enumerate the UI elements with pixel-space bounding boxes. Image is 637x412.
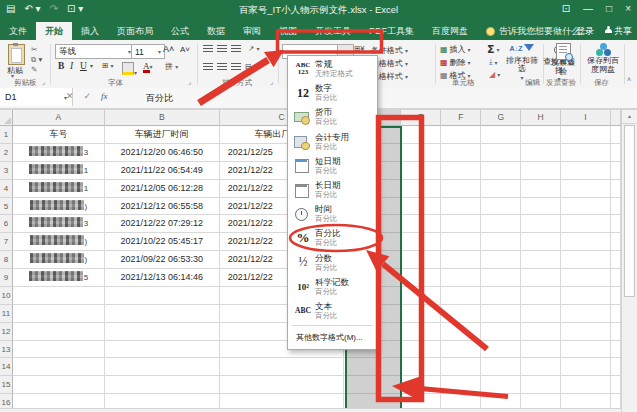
cell-G4[interactable] [481,180,521,198]
cell-B13[interactable] [105,341,220,359]
cell-H3[interactable] [521,162,561,180]
shrink-font-icon[interactable]: A˅ [180,45,190,54]
clear-button[interactable]: ◢▾ [489,70,500,79]
cell-E7[interactable] [401,233,441,251]
align-top-icon[interactable] [203,45,213,52]
tab-baidu-netdisk[interactable]: 百度网盘 [423,22,477,40]
row-header-14[interactable]: 14 [0,358,13,376]
cell-H6[interactable] [521,215,561,233]
cell-B5[interactable]: 2021/12/12 06:55:58 [105,198,220,216]
cell-F4[interactable] [441,180,481,198]
cell-I15[interactable] [561,376,611,394]
column-header-B[interactable]: B [105,110,220,126]
sign-in-link[interactable]: 登录 [576,25,594,38]
underline-button[interactable]: U [80,61,87,71]
cell-X2[interactable] [611,144,621,162]
cell-G3[interactable] [481,162,521,180]
cell-A6[interactable]: 3 [13,215,105,233]
cell-E4[interactable] [401,180,441,198]
cell-I11[interactable] [561,305,611,323]
cell-A11[interactable] [13,305,105,323]
cell-B11[interactable] [105,305,220,323]
cell-H1[interactable] [521,126,561,144]
cell-B12[interactable] [105,323,220,341]
format-option-fraction[interactable]: ½分数百分比 [288,251,377,275]
cell-F5[interactable] [441,198,481,216]
cell-A13[interactable] [13,341,105,359]
cell-I8[interactable] [561,251,611,269]
cell-A12[interactable] [13,323,105,341]
cell-G2[interactable] [481,144,521,162]
format-option-currency[interactable]: 货币百分比 [288,105,377,129]
bold-button[interactable]: B [58,61,64,71]
vertical-scrollbar[interactable]: ▲ [621,110,637,412]
cell-G1[interactable] [481,126,521,144]
cell-A2[interactable]: 3 [13,144,105,162]
copy-icon[interactable]: ⧉ ▾ [31,55,42,65]
italic-button[interactable]: I [70,61,73,71]
cell-H14[interactable] [521,358,561,376]
cell-F7[interactable] [441,233,481,251]
fill-color-icon[interactable]: ▾ [122,62,137,77]
cell-H9[interactable] [521,269,561,287]
cell-E15[interactable] [401,376,441,394]
cell-A15[interactable] [13,376,105,394]
row-header-3[interactable]: 3 [0,162,13,180]
row-header-10[interactable]: 10 [0,287,13,305]
cell-H5[interactable] [521,198,561,216]
align-right-icon[interactable] [231,63,241,70]
format-option-number[interactable]: 12数字百分比 [288,81,377,105]
alignment-dialog-launcher[interactable]: ⌟ [270,78,273,86]
cell-G6[interactable] [481,215,521,233]
cell-E8[interactable] [401,251,441,269]
delete-cells-button[interactable]: ▦删除▾ [440,57,471,68]
tab-file[interactable]: 文件 [0,22,36,40]
share-button[interactable]: 共享 [604,25,632,38]
fill-button[interactable]: ⤓▾ [489,57,498,67]
tab-developer[interactable]: 开发工具 [306,22,360,40]
cell-I14[interactable] [561,358,611,376]
cell-X4[interactable] [611,180,621,198]
row-header-4[interactable]: 4 [0,180,13,198]
format-option-general[interactable]: 常规无特定格式 [288,57,377,81]
paste-icon[interactable] [8,44,25,65]
cell-E5[interactable] [401,198,441,216]
format-option-time[interactable]: 时间百分比 [288,202,377,226]
sort-filter-button[interactable]: A↓Z 排序和筛选▾ [505,44,539,82]
cell-A8[interactable]: ) [13,251,105,269]
cell-G15[interactable] [481,376,521,394]
cell-B3[interactable]: 2021/11/22 06:54:49 [105,162,220,180]
cell-A5[interactable]: ) [13,198,105,216]
scrollbar-thumb[interactable] [624,125,635,297]
cell-B9[interactable]: 2021/12/13 06:14:46 [105,269,220,287]
cell-X6[interactable] [611,215,621,233]
cell-E14[interactable] [401,358,441,376]
font-color-icon[interactable]: A▾ [143,61,153,73]
row-header-15[interactable]: 15 [0,376,13,394]
cell-G12[interactable] [481,323,521,341]
cell-E13[interactable] [401,341,441,359]
align-bottom-icon[interactable] [231,45,241,52]
cell-G10[interactable] [481,287,521,305]
font-size-combo[interactable]: 11▾ [131,44,165,59]
insert-cells-button[interactable]: ▦插入▾ [440,44,471,55]
cell-X15[interactable] [611,376,621,394]
cell-A10[interactable] [13,287,105,305]
cell-X13[interactable] [611,341,621,359]
cell-I5[interactable] [561,198,611,216]
cell-C14[interactable] [220,358,345,376]
clipboard-dialog-launcher[interactable]: ⌟ [42,78,45,86]
cell-E2[interactable] [401,144,441,162]
column-header-H[interactable]: H [521,110,561,126]
tab-pdf-tools[interactable]: PDF工具集 [360,22,423,40]
borders-icon[interactable]: ⊞ ▾ [102,61,113,70]
font-name-combo[interactable]: 等线▾ [55,44,135,59]
cell-H13[interactable] [521,341,561,359]
tab-page-layout[interactable]: 页面布局 [108,22,162,40]
cell-F2[interactable] [441,144,481,162]
cell-X5[interactable] [611,198,621,216]
format-option-short-date[interactable]: 短日期百分比 [288,154,377,178]
cell-A3[interactable]: 1 [13,162,105,180]
cell-E12[interactable] [401,323,441,341]
cell-G5[interactable] [481,198,521,216]
